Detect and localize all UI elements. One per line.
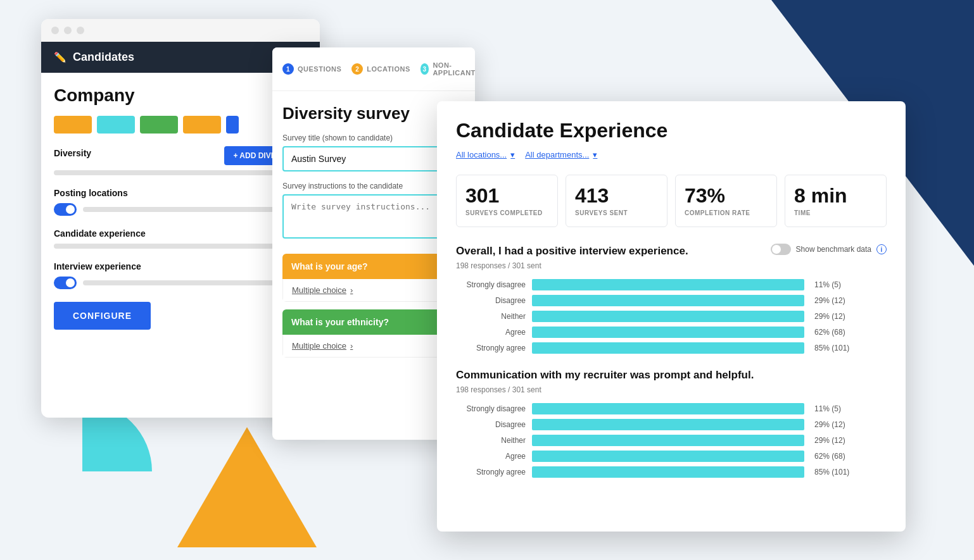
q2-text: Communication with my recruiter was prom… — [456, 369, 887, 382]
experience-body: Candidate Experience All locations... ▾ … — [437, 101, 906, 532]
bar-row: Agree62% (68) — [456, 451, 887, 462]
bar-fill — [532, 295, 804, 306]
diversity-section: Diversity + ADD DIVERSITY — [54, 146, 307, 175]
posting-locations-label: Posting locations — [54, 188, 307, 198]
bar-label: Neither — [456, 436, 526, 445]
interview-experience-toggle[interactable] — [54, 277, 77, 289]
bar-row: Strongly disagree11% (5) — [456, 403, 887, 414]
benchmark-row: Show benchmark data i — [771, 244, 887, 255]
tab-orange[interactable] — [54, 116, 92, 134]
q2-responses: 198 responses / 301 sent — [456, 385, 887, 394]
step3-badge: 3 — [421, 63, 429, 75]
bar-value-text: 85% (101) — [814, 468, 849, 476]
tab-orange2[interactable] — [183, 116, 221, 134]
experience-window: Candidate Experience All locations... ▾ … — [437, 101, 906, 532]
posting-locations-section: Posting locations — [54, 188, 307, 216]
bg-teal-shape — [13, 402, 152, 541]
bar-row: Disagree29% (12) — [456, 419, 887, 430]
bar-fill — [532, 311, 804, 322]
filter-row: All locations... ▾ All departments... ▾ — [456, 150, 887, 159]
bar-value-text: 29% (12) — [814, 420, 845, 429]
bar-label: Neither — [456, 312, 526, 321]
chevron-right-icon: › — [350, 285, 353, 295]
bar-label: Strongly disagree — [456, 280, 526, 289]
benchmark-toggle[interactable] — [771, 244, 791, 255]
bar-fill — [532, 403, 804, 414]
titlebar — [41, 19, 320, 42]
bar-fill — [532, 327, 804, 338]
experience-title: Candidate Experience — [456, 119, 887, 142]
bar-fill — [532, 435, 804, 446]
tab-green[interactable] — [140, 116, 178, 134]
bar-label: Agree — [456, 328, 526, 337]
bar-row: Disagree29% (12) — [456, 295, 887, 306]
step1-badge: 1 — [282, 63, 294, 75]
bg-orange-shape — [177, 427, 317, 547]
stat-time: 8 min TIME — [785, 175, 887, 227]
step1-label: QUESTIONS — [298, 65, 341, 73]
stat-value-3: 73% — [685, 185, 768, 206]
bar-fill — [532, 279, 804, 290]
q1-responses: 198 responses / 301 sent — [456, 261, 887, 270]
bar-fill — [532, 451, 804, 462]
company-heading: Company — [54, 85, 307, 106]
bar-row: Neither29% (12) — [456, 435, 887, 446]
q2-bar-chart: Strongly disagree11% (5)Disagree29% (12)… — [456, 403, 887, 478]
chevron-right-icon: › — [350, 341, 353, 351]
q1-text: Overall, I had a positive interview expe… — [456, 245, 688, 258]
candidate-experience-label: Candidate experience — [54, 228, 307, 239]
maximize-dot — [77, 27, 84, 34]
bar-label: Disagree — [456, 296, 526, 305]
diversity-bar — [54, 170, 307, 175]
benchmark-label: Show benchmark data — [796, 245, 871, 254]
stat-surveys-sent: 413 SURVEYS SENT — [566, 175, 667, 227]
diversity-label: Diversity — [54, 148, 91, 158]
bar-value-text: 29% (12) — [814, 312, 845, 321]
tab-cyan[interactable] — [97, 116, 135, 134]
bar-value-text: 29% (12) — [814, 296, 845, 305]
posting-locations-toggle-row — [54, 203, 307, 216]
filter-locations-button[interactable]: All locations... ▾ — [456, 150, 515, 159]
tab-active[interactable] — [226, 116, 239, 134]
bar-value-text: 11% (5) — [814, 404, 841, 413]
bar-value-text: 85% (101) — [814, 344, 849, 352]
bar-label: Strongly disagree — [456, 404, 526, 413]
nav-step-2[interactable]: 2 LOCATIONS — [351, 63, 410, 75]
candidate-experience-section: Candidate experience — [54, 228, 307, 249]
stat-completion-rate: 73% COMPLETION RATE — [675, 175, 777, 227]
interview-experience-label: Interview experience — [54, 261, 307, 271]
nav-step-1[interactable]: 1 QUESTIONS — [282, 63, 341, 75]
stat-value-2: 413 — [575, 185, 658, 206]
candidate-experience-bar — [54, 244, 307, 249]
bar-row: Strongly agree85% (101) — [456, 342, 887, 354]
stats-row: 301 SURVEYS COMPLETED 413 SURVEYS SENT 7… — [456, 175, 887, 227]
filter-departments-button[interactable]: All departments... ▾ — [525, 150, 597, 159]
bar-label: Agree — [456, 452, 526, 461]
info-icon: i — [876, 244, 887, 254]
bar-fill — [532, 419, 804, 430]
candidates-title: Candidates — [73, 51, 134, 64]
posting-locations-toggle[interactable] — [54, 203, 77, 216]
stat-value-1: 301 — [465, 185, 548, 206]
stat-label-3: COMPLETION RATE — [685, 209, 768, 216]
bar-label: Disagree — [456, 420, 526, 429]
color-tabs — [54, 116, 307, 134]
interview-experience-section: Interview experience — [54, 261, 307, 289]
stat-label-4: TIME — [794, 209, 877, 216]
chevron-down-icon: ▾ — [593, 150, 597, 159]
nav-step-3[interactable]: 3 NON-APPLICANTS — [421, 61, 475, 77]
step2-badge: 2 — [351, 63, 363, 75]
bar-row: Agree62% (68) — [456, 327, 887, 338]
bar-fill — [532, 466, 804, 478]
experience-question-2: Communication with my recruiter was prom… — [456, 369, 887, 478]
configure-button[interactable]: CONFIGURE — [54, 302, 151, 330]
experience-question-1: Overall, I had a positive interview expe… — [456, 245, 887, 354]
bar-row: Strongly agree85% (101) — [456, 466, 887, 478]
bar-label: Strongly agree — [456, 468, 526, 476]
bar-value-text: 29% (12) — [814, 436, 845, 445]
bar-value-text: 62% (68) — [814, 328, 845, 337]
close-dot — [51, 27, 59, 34]
interview-experience-toggle-row — [54, 277, 307, 289]
stat-surveys-completed: 301 SURVEYS COMPLETED — [456, 175, 558, 227]
stat-label-2: SURVEYS SENT — [575, 209, 658, 216]
